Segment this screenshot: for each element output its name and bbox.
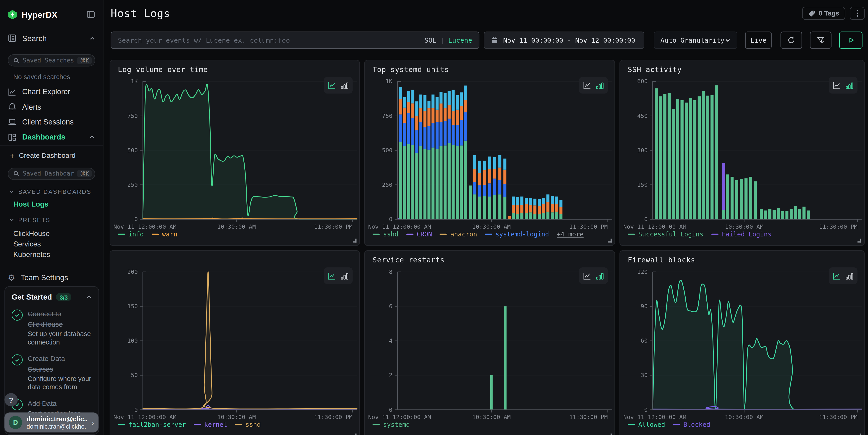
filter-button[interactable] xyxy=(810,31,832,49)
bar-chart-icon[interactable] xyxy=(341,272,349,280)
sidebar-preset-kubernetes[interactable]: Kubernetes xyxy=(0,249,103,259)
run-query-button[interactable] xyxy=(839,31,863,49)
chart-panel-log-volume: Log volume over time 02505007501KNov 11 … xyxy=(110,60,360,246)
chevron-up-icon[interactable] xyxy=(89,134,95,141)
sidebar-item-dashboards[interactable]: Dashboards xyxy=(0,130,103,145)
svg-text:0: 0 xyxy=(389,216,393,222)
svg-text:1K: 1K xyxy=(385,78,393,85)
legend-item[interactable]: anacron xyxy=(440,230,477,238)
legend-item[interactable]: Allowed xyxy=(628,421,665,429)
line-chart-icon[interactable] xyxy=(833,272,841,280)
sidebar-item-client-sessions[interactable]: Client Sessions xyxy=(0,115,103,130)
user-menu[interactable]: D dominic.tran@clic... dominic.tran@clic… xyxy=(4,412,98,432)
brand-row: HyperDX xyxy=(0,0,103,29)
panel-resize-handle[interactable] xyxy=(858,434,861,435)
dashboards-icon xyxy=(8,133,17,142)
saved-searches-input[interactable]: ⌘K xyxy=(8,54,95,66)
panel-resize-handle[interactable] xyxy=(352,239,356,243)
refresh-button[interactable] xyxy=(780,31,802,49)
sql-toggle[interactable]: SQL xyxy=(425,36,436,44)
line-chart-icon[interactable] xyxy=(833,81,841,89)
date-range-picker[interactable]: Nov 11 00:00:00 - Nov 12 00:00:00 xyxy=(484,31,644,49)
saved-dashboards-field[interactable] xyxy=(23,170,74,177)
saved-dashboards-input[interactable]: ⌘K xyxy=(8,167,95,180)
legend-item[interactable]: CRON xyxy=(406,230,432,238)
chart-panel-top-systemd-units: Top systemd units 02505007501KNov 11 12:… xyxy=(364,60,615,246)
collapse-sidebar-icon[interactable] xyxy=(86,10,95,19)
bar-chart-icon[interactable] xyxy=(845,81,854,89)
line-chart-icon[interactable] xyxy=(583,272,591,280)
live-button[interactable]: Live xyxy=(745,31,772,49)
svg-text:250: 250 xyxy=(127,181,138,188)
legend-item[interactable]: Blocked xyxy=(673,421,710,429)
panel-resize-handle[interactable] xyxy=(858,239,861,243)
legend-item[interactable]: info xyxy=(118,230,144,238)
tags-button[interactable]: 0 Tags xyxy=(802,7,845,20)
chevron-up-icon[interactable] xyxy=(86,294,92,300)
legend-item[interactable]: sshd xyxy=(372,230,398,238)
line-chart-icon[interactable] xyxy=(583,81,591,89)
legend-item[interactable]: Successful Logins xyxy=(628,230,704,238)
legend-item[interactable]: kernel xyxy=(194,421,227,429)
svg-text:10:30:00 AM: 10:30:00 AM xyxy=(472,413,511,420)
bar-chart-icon[interactable] xyxy=(341,81,349,89)
chevron-up-icon[interactable] xyxy=(89,35,95,41)
get-started-step-sources[interactable]: Create Data SourcesConfigure where your … xyxy=(11,353,92,391)
legend-swatch xyxy=(711,234,718,235)
sidebar-item-chart-explorer[interactable]: Chart Explorer xyxy=(0,84,103,99)
legend-swatch xyxy=(118,234,125,235)
svg-text:50: 50 xyxy=(131,372,138,378)
chart-panel-auth-events: 050100150200Nov 11 12:00:00 AM10:30:00 A… xyxy=(110,250,360,435)
check-circle-icon xyxy=(11,354,23,366)
sidebar-preset-clickhouse[interactable]: ClickHouse xyxy=(0,228,103,239)
svg-text:100: 100 xyxy=(127,337,138,344)
sidebar-item-search[interactable]: Search xyxy=(0,29,103,48)
bar-chart-icon[interactable] xyxy=(596,81,604,89)
legend-item[interactable]: systemd-logind xyxy=(485,230,549,238)
saved-searches-field[interactable] xyxy=(23,57,74,64)
svg-text:Nov 11 12:00:00 AM: Nov 11 12:00:00 AM xyxy=(623,413,686,420)
svg-text:10:30:00 AM: 10:30:00 AM xyxy=(725,413,764,420)
legend-item[interactable]: fail2ban-server xyxy=(118,421,186,429)
svg-text:11:30:00 PM: 11:30:00 PM xyxy=(314,223,352,229)
event-search-field[interactable] xyxy=(118,36,425,44)
legend-swatch xyxy=(235,424,242,425)
svg-text:8: 8 xyxy=(389,268,393,275)
bar-chart-icon[interactable] xyxy=(845,272,854,280)
create-dashboard-button[interactable]: + Create Dashboard xyxy=(0,146,103,165)
legend-item[interactable]: warn xyxy=(152,230,177,238)
lucene-toggle[interactable]: Lucene xyxy=(448,36,472,44)
legend-swatch xyxy=(628,424,635,425)
get-started-step-connect[interactable]: Connect to ClickHouseSet up your databas… xyxy=(11,308,92,346)
legend-swatch xyxy=(485,234,492,235)
line-chart-icon[interactable] xyxy=(328,272,336,280)
section-presets[interactable]: PRESETS xyxy=(0,216,103,223)
sidebar-item-alerts[interactable]: Alerts xyxy=(0,99,103,115)
sidebar-dashboard-host-logs[interactable]: Host Logs xyxy=(0,200,103,209)
section-saved-dashboards[interactable]: SAVED DASHBOARDS xyxy=(0,187,103,195)
legend-item[interactable]: sshd xyxy=(235,421,261,429)
legend-item[interactable]: systemd xyxy=(372,421,410,429)
dashboard-grid: Log volume over time 02505007501KNov 11 … xyxy=(110,60,865,435)
legend-swatch xyxy=(152,234,159,235)
granularity-select[interactable]: Auto Granularity xyxy=(654,31,737,49)
line-chart-icon[interactable] xyxy=(328,81,336,89)
more-options-button[interactable] xyxy=(850,7,865,20)
toolbar: SQL | Lucene Nov 11 00:00:00 - Nov 12 00… xyxy=(111,31,865,49)
panel-resize-handle[interactable] xyxy=(352,434,356,435)
bar-chart-icon[interactable] xyxy=(596,272,604,280)
sidebar-preset-services[interactable]: Services xyxy=(0,239,103,249)
legend-more-link[interactable]: +4 more xyxy=(557,230,584,238)
legend-item[interactable]: Failed Logins xyxy=(711,230,772,238)
search-section-label: Search xyxy=(22,34,47,43)
help-button[interactable]: ? xyxy=(4,393,18,406)
panel-resize-handle[interactable] xyxy=(608,239,612,243)
svg-text:6: 6 xyxy=(389,303,393,310)
chart-title: Top systemd units xyxy=(372,65,449,74)
sidebar-item-team-settings[interactable]: ⚙ Team Settings xyxy=(0,272,103,283)
event-search-input[interactable]: SQL | Lucene xyxy=(111,31,479,49)
date-range-value: Nov 11 00:00:00 - Nov 12 00:00:00 xyxy=(503,36,635,44)
panel-resize-handle[interactable] xyxy=(608,434,612,435)
legend-swatch xyxy=(194,424,201,425)
legend-swatch xyxy=(372,424,380,425)
